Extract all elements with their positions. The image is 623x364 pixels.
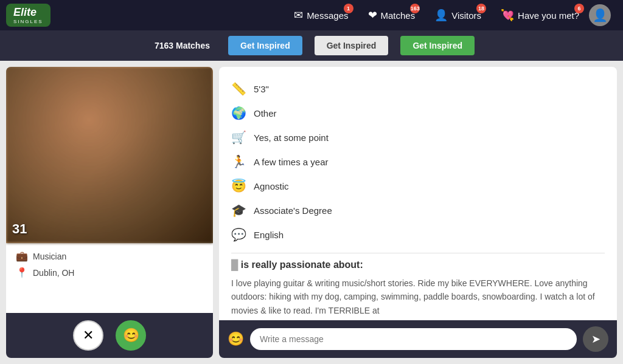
ethnicity-value: Other (254, 108, 277, 118)
top-nav: Elite SINGLES 1 ✉ Messages 163 ❤ Matches… (0, 0, 623, 30)
message-area: 😊 ➤ (219, 320, 617, 358)
height-row: 📏 5'3" (231, 77, 605, 101)
send-button[interactable]: ➤ (583, 326, 608, 352)
profile-job: 💼 Musician (16, 250, 203, 262)
matches-badge: 163 (410, 4, 420, 13)
location-icon: 📍 (16, 267, 28, 278)
language-value: English (254, 230, 284, 240)
get-inspired-button-2[interactable]: Get Inspired (315, 36, 389, 55)
education-icon: 🎓 (231, 203, 246, 218)
height-icon: 📏 (231, 81, 246, 96)
visitors-badge: 18 (476, 4, 486, 13)
get-inspired-button-1[interactable]: Get Inspired (228, 36, 302, 55)
profile-details: 📏 5'3" 🌍 Other 🛒 Yes, at some point 🏃 A … (219, 67, 617, 358)
nav-visitors[interactable]: 18 👤 Visitors (425, 9, 491, 22)
photo-blur (6, 67, 213, 243)
nav-matches[interactable]: 163 ❤ Matches (358, 9, 425, 22)
job-label: Musician (33, 252, 66, 261)
profile-photo: 31 (6, 67, 213, 243)
religion-value: Agnostic (254, 181, 289, 191)
sub-nav: 7163 Matches Get Inspired Get Inspired G… (0, 30, 623, 61)
section-divider (231, 253, 605, 253)
visitors-label: Visitors (451, 10, 481, 21)
main-content: 31 💼 Musician 📍 Dublin, OH ✕ 😊 📏 5'3" (0, 61, 623, 364)
profile-age: 31 (12, 221, 27, 237)
ethnicity-row: 🌍 Other (231, 101, 605, 125)
nav-haveyoumet[interactable]: 6 💘 Have you met? (491, 9, 589, 22)
profile-info: 💼 Musician 📍 Dublin, OH (6, 243, 213, 313)
profile-actions: ✕ 😊 (6, 313, 213, 358)
children-icon: 🛒 (231, 130, 246, 145)
like-button[interactable]: 😊 (116, 320, 146, 351)
passion-heading: █ is really passionate about: (231, 259, 605, 270)
children-value: Yes, at some point (254, 132, 329, 143)
matches-icon: ❤ (368, 9, 377, 22)
exercise-row: 🏃 A few times a year (231, 149, 605, 174)
religion-icon: 😇 (231, 179, 246, 193)
emoji-button[interactable]: 😊 (228, 331, 244, 347)
get-inspired-button-3[interactable]: Get Inspired (400, 36, 475, 55)
message-input[interactable] (250, 328, 577, 350)
nav-items: 1 ✉ Messages 163 ❤ Matches 18 👤 Visitors… (284, 4, 611, 26)
height-value: 5'3" (254, 84, 269, 94)
logo-text: Elite (13, 6, 37, 18)
language-icon: 💬 (231, 227, 246, 242)
ethnicity-icon: 🌍 (231, 106, 246, 120)
visitors-icon: 👤 (434, 9, 448, 22)
job-icon: 💼 (16, 250, 28, 262)
exercise-icon: 🏃 (231, 154, 246, 169)
logo[interactable]: Elite SINGLES (6, 4, 50, 27)
messages-label: Messages (307, 10, 348, 21)
matches-count: 7163 Matches (148, 41, 216, 50)
details-scrollable[interactable]: 📏 5'3" 🌍 Other 🛒 Yes, at some point 🏃 A … (219, 67, 617, 320)
location-label: Dublin, OH (33, 268, 74, 278)
messages-icon: ✉ (294, 9, 303, 22)
religion-row: 😇 Agnostic (231, 174, 605, 198)
exercise-value: A few times a year (254, 157, 329, 167)
send-icon: ➤ (591, 332, 600, 346)
passion-text: I love playing guitar & writing music/sh… (231, 276, 605, 317)
profile-location: 📍 Dublin, OH (16, 267, 203, 278)
language-row: 💬 English (231, 222, 605, 247)
messages-badge: 1 (344, 4, 353, 13)
education-row: 🎓 Associate's Degree (231, 198, 605, 222)
haveyoumet-badge: 6 (574, 4, 584, 13)
children-row: 🛒 Yes, at some point (231, 125, 605, 149)
haveyoumet-icon: 💘 (501, 9, 514, 22)
profile-card: 31 💼 Musician 📍 Dublin, OH ✕ 😊 (6, 67, 213, 358)
dislike-button[interactable]: ✕ (73, 320, 103, 351)
matches-label: Matches (381, 10, 416, 21)
nav-messages[interactable]: 1 ✉ Messages (284, 9, 358, 22)
passion-heading-text: is really passionate about: (241, 259, 363, 270)
education-value: Associate's Degree (254, 205, 332, 216)
logo-sub: SINGLES (13, 19, 43, 24)
user-avatar[interactable]: 👤 (589, 4, 611, 26)
passion-name-placeholder: █ (231, 259, 238, 270)
haveyoumet-label: Have you met? (518, 10, 579, 21)
